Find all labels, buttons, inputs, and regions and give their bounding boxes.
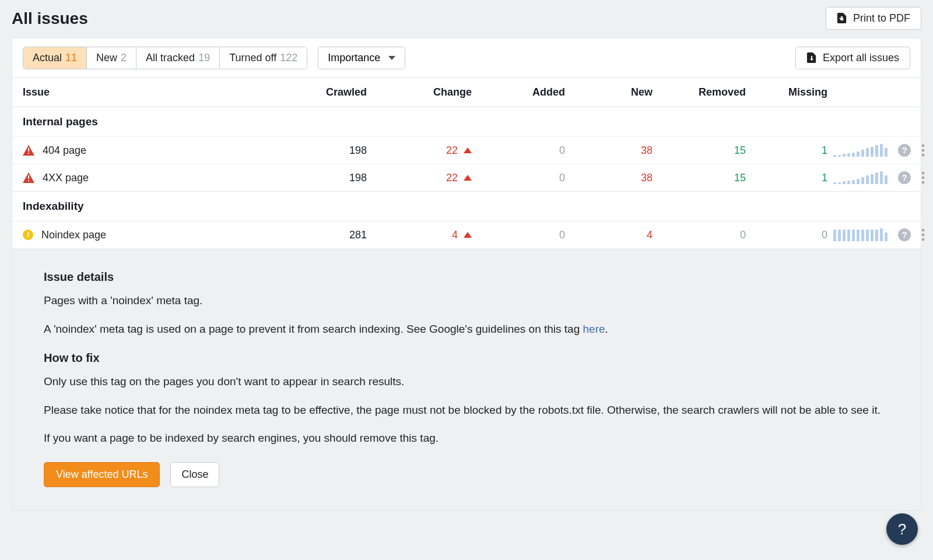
svg-point-5 <box>922 149 924 152</box>
issue-details-panel: Issue details Pages with a 'noindex' met… <box>12 248 921 510</box>
issue-details-text: A 'noindex' meta tag is used on a page t… <box>44 321 889 338</box>
trend-up-icon <box>464 232 472 238</box>
change-cell: 22 <box>373 172 478 184</box>
new-value: 38 <box>571 172 658 184</box>
toolbar: Actual 11 New 2 All tracked 19 Turned of… <box>12 38 921 78</box>
removed-value: 15 <box>658 145 752 157</box>
importance-dropdown[interactable]: Importance <box>318 47 405 69</box>
missing-value: 1 <box>752 145 833 157</box>
issue-details-heading: Issue details <box>44 268 889 286</box>
export-label: Export all issues <box>823 52 899 64</box>
tab-new[interactable]: New 2 <box>87 47 136 69</box>
page-title: All issues <box>12 9 88 28</box>
col-removed: Removed <box>658 86 752 98</box>
sparkline <box>833 171 888 184</box>
svg-text:?: ? <box>902 172 907 182</box>
view-affected-urls-button[interactable]: View affected URLs <box>44 462 160 487</box>
col-new: New <box>571 86 658 98</box>
svg-point-13 <box>922 181 924 184</box>
print-to-pdf-label: Print to PDF <box>853 12 910 24</box>
svg-rect-8 <box>28 180 29 181</box>
change-value: 22 <box>446 172 458 184</box>
tab-count: 2 <box>121 52 127 64</box>
added-value: 0 <box>478 229 571 241</box>
trend-up-icon <box>464 147 472 153</box>
sparkline <box>833 144 888 157</box>
tab-label: New <box>96 52 117 64</box>
col-issue: Issue <box>23 86 279 98</box>
issue-name: 4XX page <box>43 172 89 184</box>
text: A 'noindex' meta tag is used on a page t… <box>44 323 583 335</box>
table-row[interactable]: 404 page 198 22 0 38 15 1 ? <box>12 137 921 164</box>
table-header-row: Issue Crawled Change Added New Removed M… <box>12 78 921 107</box>
how-to-fix-text: If you want a page to be indexed by sear… <box>44 430 889 447</box>
tab-label: Actual <box>33 52 62 64</box>
error-triangle-icon <box>23 172 34 183</box>
svg-point-18 <box>922 238 924 241</box>
change-value: 22 <box>446 145 458 157</box>
help-icon[interactable]: ? <box>898 228 911 241</box>
col-change: Change <box>373 86 478 98</box>
help-fab-button[interactable]: ? <box>886 513 918 545</box>
new-value: 4 <box>571 229 658 241</box>
tab-count: 11 <box>65 52 77 64</box>
svg-text:?: ? <box>902 230 907 240</box>
tab-turned-off[interactable]: Turned off 122 <box>220 47 307 69</box>
change-cell: 4 <box>373 229 478 241</box>
col-added: Added <box>478 86 571 98</box>
svg-point-17 <box>922 234 924 236</box>
help-icon[interactable]: ? <box>898 171 911 184</box>
text: . <box>605 323 608 335</box>
crawled-value: 198 <box>279 172 373 184</box>
guidelines-link[interactable]: here <box>583 323 605 335</box>
tab-all-tracked[interactable]: All tracked 19 <box>136 47 220 69</box>
missing-value: 0 <box>752 229 833 241</box>
kebab-menu-icon[interactable] <box>921 171 925 184</box>
svg-point-6 <box>922 154 924 156</box>
chevron-down-icon <box>388 56 395 60</box>
crawled-value: 198 <box>279 145 373 157</box>
added-value: 0 <box>478 172 571 184</box>
issues-panel: Actual 11 New 2 All tracked 19 Turned of… <box>12 38 921 511</box>
export-download-icon <box>806 52 817 64</box>
svg-point-4 <box>922 145 924 147</box>
help-icon[interactable]: ? <box>898 144 911 157</box>
kebab-menu-icon[interactable] <box>921 144 925 157</box>
svg-point-16 <box>922 229 924 231</box>
missing-value: 1 <box>752 172 833 184</box>
crawled-value: 281 <box>279 229 373 241</box>
svg-rect-7 <box>28 175 29 179</box>
tab-label: Turned off <box>229 52 276 64</box>
trend-up-icon <box>464 175 472 181</box>
issues-table: Issue Crawled Change Added New Removed M… <box>12 78 921 510</box>
warning-circle-icon <box>23 230 33 240</box>
tab-label: All tracked <box>146 52 195 64</box>
table-row[interactable]: 4XX page 198 22 0 38 15 1 ? <box>12 164 921 192</box>
svg-rect-0 <box>28 148 29 152</box>
issue-name: 404 page <box>43 145 86 157</box>
how-to-fix-text: Only use this tag on the pages you don't… <box>44 374 889 390</box>
col-missing: Missing <box>752 86 833 98</box>
removed-value: 15 <box>658 172 752 184</box>
svg-point-12 <box>922 177 924 179</box>
kebab-menu-icon[interactable] <box>921 228 925 241</box>
removed-value: 0 <box>658 229 752 241</box>
export-all-issues-button[interactable]: Export all issues <box>795 47 910 69</box>
tab-actual[interactable]: Actual 11 <box>23 47 87 69</box>
pdf-download-icon <box>837 13 847 24</box>
change-value: 4 <box>452 229 458 241</box>
print-to-pdf-button[interactable]: Print to PDF <box>826 7 921 30</box>
sparkline <box>833 228 888 241</box>
col-crawled: Crawled <box>279 86 373 98</box>
how-to-fix-heading: How to fix <box>44 349 889 367</box>
error-triangle-icon <box>23 145 34 156</box>
table-row[interactable]: Noindex page 281 4 0 4 0 0 ? <box>12 221 921 248</box>
filter-segmented-control: Actual 11 New 2 All tracked 19 Turned of… <box>23 47 307 69</box>
tab-count: 19 <box>198 52 210 64</box>
svg-text:?: ? <box>902 145 907 155</box>
issue-details-text: Pages with a 'noindex' meta tag. <box>44 293 889 309</box>
new-value: 38 <box>571 145 658 157</box>
close-details-button[interactable]: Close <box>170 462 219 487</box>
group-header-internal-pages: Internal pages <box>12 107 921 137</box>
change-cell: 22 <box>373 145 478 157</box>
